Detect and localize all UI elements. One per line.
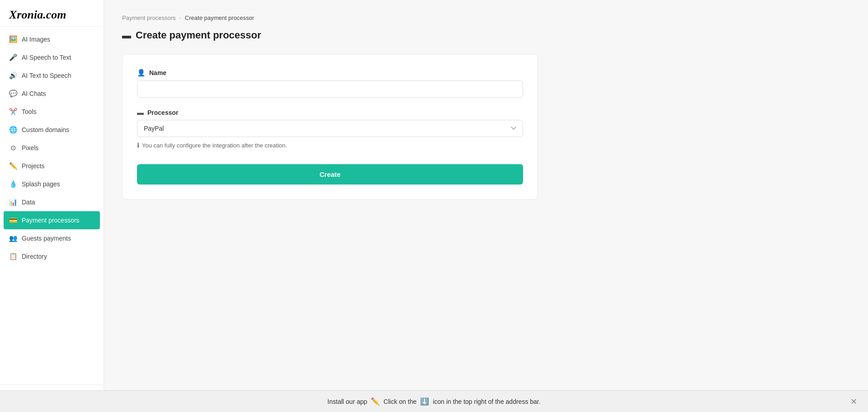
- processor-icon: ▬: [137, 109, 144, 116]
- install-bar: Install our app ✏️ Click on the ⬇️ icon …: [0, 390, 868, 412]
- sidebar-item-projects[interactable]: ✏️Projects: [0, 157, 104, 175]
- nav-label-custom-domains: Custom domains: [22, 126, 69, 133]
- processor-label-text: Processor: [147, 109, 178, 116]
- nav-label-projects: Projects: [22, 162, 45, 170]
- nav-icon-data: 📊: [9, 198, 17, 206]
- nav-icon-ai-chats: 💬: [9, 90, 17, 98]
- sidebar-nav: 🖼️AI Images🎤AI Speech to Text🔊AI Text to…: [0, 27, 104, 269]
- processor-label: ▬ Processor: [137, 109, 523, 116]
- install-text-before: Install our app: [327, 398, 367, 405]
- sidebar-item-tools[interactable]: ✂️Tools: [0, 103, 104, 121]
- sidebar-item-ai-images[interactable]: 🖼️AI Images: [0, 30, 104, 48]
- sidebar-item-ai-speech-to-text[interactable]: 🎤AI Speech to Text: [0, 48, 104, 66]
- form-card: 👤 Name ▬ Processor PayPalStripeOther ℹ Y…: [122, 54, 538, 199]
- nav-label-ai-chats: AI Chats: [22, 90, 46, 97]
- sidebar-item-payment-processors[interactable]: 💳Payment processors: [4, 211, 100, 229]
- install-separator: Click on the: [383, 398, 416, 405]
- breadcrumb-parent[interactable]: Payment processors: [122, 14, 176, 21]
- install-download-icon: ⬇️: [420, 397, 429, 406]
- breadcrumb: Payment processors › Create payment proc…: [122, 14, 850, 21]
- nav-icon-ai-speech-to-text: 🎤: [9, 53, 17, 62]
- page-title: ▬ Create payment processor: [122, 29, 850, 41]
- nav-icon-ai-text-to-speech: 🔊: [9, 71, 17, 80]
- nav-icon-splash-pages: 💧: [9, 180, 17, 188]
- info-message: You can fully configure the integration …: [142, 142, 287, 149]
- nav-icon-directory: 📋: [9, 252, 17, 260]
- nav-label-directory: Directory: [22, 253, 47, 260]
- install-close-button[interactable]: ✕: [850, 397, 857, 407]
- sidebar-item-splash-pages[interactable]: 💧Splash pages: [0, 175, 104, 193]
- page-title-text: Create payment processor: [136, 29, 261, 41]
- logo-part2: .com: [43, 8, 66, 21]
- brand-logo[interactable]: Xronia.com: [9, 8, 94, 22]
- name-icon: 👤: [137, 69, 146, 77]
- sidebar-logo: Xronia.com: [0, 0, 104, 27]
- nav-label-payment-processors: Payment processors: [22, 217, 80, 224]
- sidebar-item-pixels[interactable]: ⊙Pixels: [0, 139, 104, 157]
- nav-icon-guests-payments: 👥: [9, 234, 17, 242]
- nav-icon-projects: ✏️: [9, 162, 17, 170]
- name-field-group: 👤 Name: [137, 69, 523, 98]
- nav-label-splash-pages: Splash pages: [22, 180, 60, 188]
- breadcrumb-separator: ›: [179, 14, 181, 21]
- sidebar-item-directory[interactable]: 📋Directory: [0, 247, 104, 265]
- create-button[interactable]: Create: [137, 164, 523, 185]
- nav-icon-payment-processors: 💳: [9, 216, 17, 224]
- info-text: ℹ You can fully configure the integratio…: [137, 142, 523, 149]
- install-text-end: icon in the top right of the address bar…: [433, 398, 540, 405]
- name-label-text: Name: [149, 69, 166, 76]
- page-title-icon: ▬: [122, 30, 131, 41]
- processor-field-group: ▬ Processor PayPalStripeOther ℹ You can …: [137, 109, 523, 149]
- sidebar-item-guests-payments[interactable]: 👥Guests payments: [0, 229, 104, 247]
- sidebar-item-data[interactable]: 📊Data: [0, 193, 104, 211]
- nav-icon-pixels: ⊙: [9, 144, 17, 152]
- nav-label-ai-text-to-speech: AI Text to Speech: [22, 72, 71, 79]
- main-content: Payment processors › Create payment proc…: [104, 0, 868, 412]
- nav-label-tools: Tools: [22, 108, 37, 115]
- sidebar-item-custom-domains[interactable]: 🌐Custom domains: [0, 121, 104, 139]
- processor-select[interactable]: PayPalStripeOther: [137, 120, 523, 137]
- name-input[interactable]: [137, 81, 523, 98]
- sidebar-item-ai-chats[interactable]: 💬AI Chats: [0, 85, 104, 103]
- logo-part1: Xronia: [9, 8, 43, 21]
- nav-icon-custom-domains: 🌐: [9, 126, 17, 134]
- nav-label-guests-payments: Guests payments: [22, 235, 71, 242]
- sidebar-item-ai-text-to-speech[interactable]: 🔊AI Text to Speech: [0, 66, 104, 85]
- install-pencil-icon: ✏️: [371, 397, 380, 406]
- sidebar: Xronia.com 🖼️AI Images🎤AI Speech to Text…: [0, 0, 104, 412]
- nav-label-pixels: Pixels: [22, 144, 38, 152]
- info-icon: ℹ: [137, 142, 139, 149]
- nav-label-ai-speech-to-text: AI Speech to Text: [22, 54, 71, 61]
- nav-icon-tools: ✂️: [9, 108, 17, 116]
- nav-label-ai-images: AI Images: [22, 36, 50, 43]
- breadcrumb-current: Create payment processor: [185, 14, 254, 21]
- nav-label-data: Data: [22, 199, 35, 206]
- name-label: 👤 Name: [137, 69, 523, 77]
- nav-icon-ai-images: 🖼️: [9, 35, 17, 43]
